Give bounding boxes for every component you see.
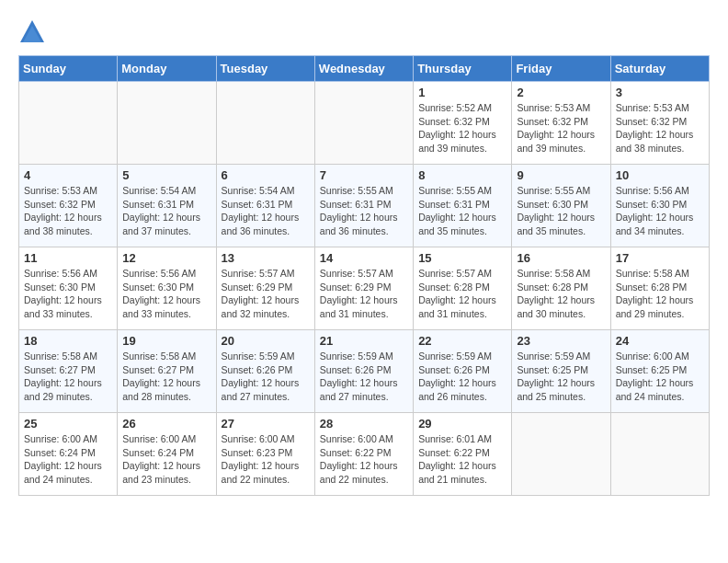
page-header <box>18 18 710 46</box>
day-number: 23 <box>517 334 605 348</box>
calendar-cell: 18Sunrise: 5:58 AMSunset: 6:27 PMDayligh… <box>19 330 118 413</box>
header-day-wednesday: Wednesday <box>314 56 413 82</box>
calendar-cell: 25Sunrise: 6:00 AMSunset: 6:24 PMDayligh… <box>19 413 118 496</box>
day-info: Sunrise: 5:59 AMSunset: 6:26 PMDaylight:… <box>418 350 506 404</box>
header-day-tuesday: Tuesday <box>216 56 314 82</box>
day-info: Sunrise: 5:57 AMSunset: 6:29 PMDaylight:… <box>320 267 408 321</box>
day-number: 29 <box>418 417 506 431</box>
calendar-body: 1Sunrise: 5:52 AMSunset: 6:32 PMDaylight… <box>19 82 710 496</box>
logo-icon <box>18 18 46 46</box>
calendar-cell: 10Sunrise: 5:56 AMSunset: 6:30 PMDayligh… <box>610 165 709 247</box>
day-number: 22 <box>418 334 506 348</box>
calendar-cell: 2Sunrise: 5:53 AMSunset: 6:32 PMDaylight… <box>512 82 610 165</box>
day-info: Sunrise: 5:56 AMSunset: 6:30 PMDaylight:… <box>122 267 210 321</box>
day-number: 8 <box>418 168 506 182</box>
calendar-cell: 6Sunrise: 5:54 AMSunset: 6:31 PMDaylight… <box>216 165 314 247</box>
calendar-cell <box>118 82 216 165</box>
week-row-2: 11Sunrise: 5:56 AMSunset: 6:30 PMDayligh… <box>19 247 710 330</box>
day-info: Sunrise: 5:59 AMSunset: 6:25 PMDaylight:… <box>517 350 605 404</box>
day-info: Sunrise: 6:00 AMSunset: 6:24 PMDaylight:… <box>24 432 112 487</box>
calendar-cell: 17Sunrise: 5:58 AMSunset: 6:28 PMDayligh… <box>610 247 709 330</box>
header-row: SundayMondayTuesdayWednesdayThursdayFrid… <box>19 56 710 82</box>
calendar-cell: 22Sunrise: 5:59 AMSunset: 6:26 PMDayligh… <box>414 330 512 413</box>
day-number: 6 <box>222 168 310 182</box>
day-number: 10 <box>616 168 704 182</box>
day-number: 15 <box>418 251 506 265</box>
header-day-thursday: Thursday <box>414 56 512 82</box>
day-number: 21 <box>320 334 408 348</box>
day-number: 26 <box>122 417 210 431</box>
day-info: Sunrise: 6:00 AMSunset: 6:22 PMDaylight:… <box>320 432 408 487</box>
day-info: Sunrise: 5:58 AMSunset: 6:27 PMDaylight:… <box>24 350 112 404</box>
calendar-cell: 9Sunrise: 5:55 AMSunset: 6:30 PMDaylight… <box>512 165 610 247</box>
day-info: Sunrise: 5:57 AMSunset: 6:29 PMDaylight:… <box>222 267 310 321</box>
week-row-3: 18Sunrise: 5:58 AMSunset: 6:27 PMDayligh… <box>19 330 710 413</box>
day-number: 1 <box>418 86 506 99</box>
day-number: 14 <box>320 251 408 265</box>
day-number: 25 <box>24 417 112 431</box>
calendar-cell <box>216 82 314 165</box>
day-number: 27 <box>222 417 310 431</box>
day-number: 19 <box>122 334 210 348</box>
day-number: 16 <box>517 251 605 265</box>
calendar-cell: 8Sunrise: 5:55 AMSunset: 6:31 PMDaylight… <box>414 165 512 247</box>
day-info: Sunrise: 5:54 AMSunset: 6:31 PMDaylight:… <box>222 184 310 238</box>
day-info: Sunrise: 6:01 AMSunset: 6:22 PMDaylight:… <box>418 432 506 487</box>
day-info: Sunrise: 5:58 AMSunset: 6:27 PMDaylight:… <box>122 350 210 404</box>
day-info: Sunrise: 5:59 AMSunset: 6:26 PMDaylight:… <box>222 350 310 404</box>
week-row-1: 4Sunrise: 5:53 AMSunset: 6:32 PMDaylight… <box>19 165 710 247</box>
calendar-cell: 19Sunrise: 5:58 AMSunset: 6:27 PMDayligh… <box>118 330 216 413</box>
calendar-cell: 23Sunrise: 5:59 AMSunset: 6:25 PMDayligh… <box>512 330 610 413</box>
calendar-cell: 3Sunrise: 5:53 AMSunset: 6:32 PMDaylight… <box>610 82 709 165</box>
day-number: 28 <box>320 417 408 431</box>
day-info: Sunrise: 6:00 AMSunset: 6:24 PMDaylight:… <box>122 432 210 487</box>
day-number: 17 <box>616 251 704 265</box>
calendar-cell: 11Sunrise: 5:56 AMSunset: 6:30 PMDayligh… <box>19 247 118 330</box>
calendar-cell: 24Sunrise: 6:00 AMSunset: 6:25 PMDayligh… <box>610 330 709 413</box>
calendar-cell: 4Sunrise: 5:53 AMSunset: 6:32 PMDaylight… <box>19 165 118 247</box>
day-info: Sunrise: 5:56 AMSunset: 6:30 PMDaylight:… <box>616 184 704 238</box>
day-info: Sunrise: 5:55 AMSunset: 6:31 PMDaylight:… <box>320 184 408 238</box>
header-day-friday: Friday <box>512 56 610 82</box>
calendar-cell: 14Sunrise: 5:57 AMSunset: 6:29 PMDayligh… <box>314 247 413 330</box>
calendar-cell <box>19 82 118 165</box>
calendar-cell: 21Sunrise: 5:59 AMSunset: 6:26 PMDayligh… <box>314 330 413 413</box>
calendar-cell: 20Sunrise: 5:59 AMSunset: 6:26 PMDayligh… <box>216 330 314 413</box>
calendar-cell: 28Sunrise: 6:00 AMSunset: 6:22 PMDayligh… <box>314 413 413 496</box>
header-day-sunday: Sunday <box>19 56 118 82</box>
day-info: Sunrise: 6:00 AMSunset: 6:25 PMDaylight:… <box>616 350 704 404</box>
day-number: 9 <box>517 168 605 182</box>
calendar-table: SundayMondayTuesdayWednesdayThursdayFrid… <box>18 55 710 496</box>
day-number: 2 <box>517 86 605 99</box>
day-number: 5 <box>122 168 210 182</box>
day-info: Sunrise: 5:55 AMSunset: 6:30 PMDaylight:… <box>517 184 605 238</box>
day-info: Sunrise: 5:53 AMSunset: 6:32 PMDaylight:… <box>616 101 704 155</box>
calendar-cell: 5Sunrise: 5:54 AMSunset: 6:31 PMDaylight… <box>118 165 216 247</box>
calendar-cell: 7Sunrise: 5:55 AMSunset: 6:31 PMDaylight… <box>314 165 413 247</box>
calendar-header: SundayMondayTuesdayWednesdayThursdayFrid… <box>19 56 710 82</box>
day-info: Sunrise: 5:53 AMSunset: 6:32 PMDaylight:… <box>517 101 605 155</box>
header-day-monday: Monday <box>118 56 216 82</box>
header-day-saturday: Saturday <box>610 56 709 82</box>
calendar-cell: 29Sunrise: 6:01 AMSunset: 6:22 PMDayligh… <box>414 413 512 496</box>
calendar-cell: 1Sunrise: 5:52 AMSunset: 6:32 PMDaylight… <box>414 82 512 165</box>
day-info: Sunrise: 5:56 AMSunset: 6:30 PMDaylight:… <box>24 267 112 321</box>
day-number: 12 <box>122 251 210 265</box>
week-row-4: 25Sunrise: 6:00 AMSunset: 6:24 PMDayligh… <box>19 413 710 496</box>
calendar-cell <box>610 413 709 496</box>
week-row-0: 1Sunrise: 5:52 AMSunset: 6:32 PMDaylight… <box>19 82 710 165</box>
calendar-cell: 26Sunrise: 6:00 AMSunset: 6:24 PMDayligh… <box>118 413 216 496</box>
day-info: Sunrise: 6:00 AMSunset: 6:23 PMDaylight:… <box>222 432 310 487</box>
day-number: 13 <box>222 251 310 265</box>
day-number: 20 <box>222 334 310 348</box>
day-info: Sunrise: 5:58 AMSunset: 6:28 PMDaylight:… <box>616 267 704 321</box>
calendar-cell: 16Sunrise: 5:58 AMSunset: 6:28 PMDayligh… <box>512 247 610 330</box>
day-info: Sunrise: 5:59 AMSunset: 6:26 PMDaylight:… <box>320 350 408 404</box>
day-info: Sunrise: 5:52 AMSunset: 6:32 PMDaylight:… <box>418 101 506 155</box>
day-number: 11 <box>24 251 112 265</box>
day-info: Sunrise: 5:57 AMSunset: 6:28 PMDaylight:… <box>418 267 506 321</box>
calendar-cell <box>512 413 610 496</box>
calendar-cell <box>314 82 413 165</box>
calendar-cell: 12Sunrise: 5:56 AMSunset: 6:30 PMDayligh… <box>118 247 216 330</box>
day-number: 4 <box>24 168 112 182</box>
